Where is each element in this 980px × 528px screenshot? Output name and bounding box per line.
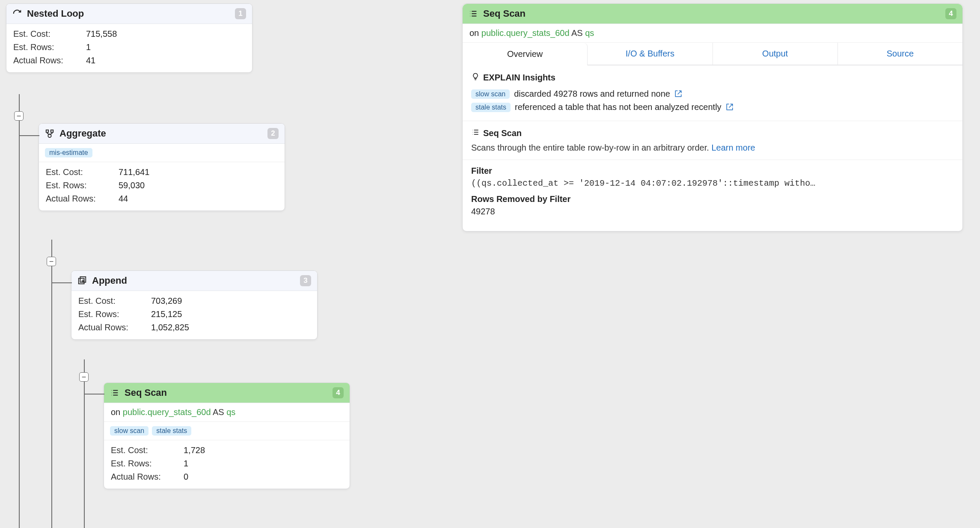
insight-external-link[interactable] bbox=[726, 102, 734, 112]
detail-number-badge: 4 bbox=[945, 8, 956, 19]
tag-slow-scan: slow scan bbox=[110, 426, 148, 436]
filter-expression: ((qs.collected_at >= '2019-12-14 04:07:0… bbox=[471, 178, 954, 188]
label-actual-rows: Actual Rows: bbox=[46, 194, 119, 204]
tree-toggle-3[interactable]: − bbox=[79, 372, 89, 382]
insights-heading: EXPLAIN Insights bbox=[483, 73, 555, 83]
tab-io-buffers[interactable]: I/O & Buffers bbox=[588, 43, 713, 65]
label-est-rows: Est. Rows: bbox=[46, 181, 119, 190]
plan-node-append[interactable]: Append 3 Est. Cost:703,269 Est. Rows:215… bbox=[71, 270, 318, 340]
node-title: Aggregate bbox=[59, 128, 267, 139]
node-title: Append bbox=[92, 275, 300, 286]
svg-point-2 bbox=[48, 134, 51, 137]
append-icon bbox=[77, 276, 89, 285]
value-est-rows: 215,125 bbox=[151, 309, 182, 319]
svg-rect-0 bbox=[46, 130, 49, 133]
list-icon bbox=[471, 128, 480, 139]
insight-tag-stale-stats: stale stats bbox=[471, 103, 511, 112]
value-est-rows: 1 bbox=[184, 459, 188, 469]
svg-rect-1 bbox=[51, 130, 53, 133]
tag-mis-estimate: mis-estimate bbox=[45, 148, 92, 157]
filter-label: Filter bbox=[471, 166, 954, 176]
node-title: Nested Loop bbox=[27, 8, 235, 19]
tree-toggle-1[interactable]: − bbox=[14, 111, 24, 121]
rows-removed-label: Rows Removed by Filter bbox=[471, 194, 954, 204]
detail-title: Seq Scan bbox=[483, 8, 945, 19]
plan-node-seq-scan[interactable]: Seq Scan 4 on public.query_stats_60d AS … bbox=[104, 383, 350, 489]
label-est-cost: Est. Cost: bbox=[13, 29, 86, 39]
insight-text: discarded 49278 rows and returned none bbox=[514, 89, 670, 99]
label-est-rows: Est. Rows: bbox=[13, 42, 86, 52]
value-actual-rows: 1,052,825 bbox=[151, 323, 189, 332]
value-est-cost: 711,641 bbox=[119, 167, 149, 177]
value-est-cost: 703,269 bbox=[151, 296, 182, 306]
value-est-cost: 1,728 bbox=[184, 445, 205, 455]
learn-more-link[interactable]: Learn more bbox=[711, 143, 755, 152]
plan-node-aggregate[interactable]: Aggregate 2 mis-estimate Est. Cost:711,6… bbox=[39, 123, 285, 211]
detail-panel: Seq Scan 4 on public.query_stats_60d AS … bbox=[462, 3, 963, 231]
label-est-cost: Est. Cost: bbox=[78, 296, 151, 306]
scan-type-heading: Seq Scan bbox=[483, 128, 522, 138]
label-est-cost: Est. Cost: bbox=[46, 167, 119, 177]
refresh-icon bbox=[12, 9, 24, 18]
tree-toggle-2[interactable]: − bbox=[47, 257, 56, 266]
node-number-badge: 1 bbox=[235, 8, 246, 19]
label-est-rows: Est. Rows: bbox=[111, 459, 184, 469]
node-number-badge: 2 bbox=[267, 128, 279, 139]
node-number-badge: 4 bbox=[333, 387, 344, 398]
node-title: Seq Scan bbox=[125, 387, 333, 398]
label-est-cost: Est. Cost: bbox=[111, 445, 184, 455]
value-actual-rows: 44 bbox=[119, 194, 128, 204]
value-est-cost: 715,558 bbox=[86, 29, 117, 39]
node-number-badge: 3 bbox=[300, 275, 311, 286]
list-icon bbox=[469, 9, 480, 18]
label-actual-rows: Actual Rows: bbox=[78, 323, 151, 332]
tab-source[interactable]: Source bbox=[838, 43, 962, 65]
tag-stale-stats: stale stats bbox=[152, 426, 191, 436]
insight-external-link[interactable] bbox=[674, 89, 682, 99]
aggregate-icon bbox=[45, 129, 56, 138]
value-actual-rows: 0 bbox=[184, 472, 188, 482]
tab-output[interactable]: Output bbox=[713, 43, 838, 65]
node-subtitle: on public.query_stats_60d AS qs bbox=[104, 403, 350, 422]
label-actual-rows: Actual Rows: bbox=[111, 472, 184, 482]
tab-overview[interactable]: Overview bbox=[463, 43, 588, 65]
detail-subtitle: on public.query_stats_60d AS qs bbox=[463, 24, 962, 43]
label-est-rows: Est. Rows: bbox=[78, 309, 151, 319]
insight-text: referenced a table that has not been ana… bbox=[515, 102, 722, 112]
label-actual-rows: Actual Rows: bbox=[13, 56, 86, 65]
insight-tag-slow-scan: slow scan bbox=[471, 89, 510, 99]
detail-tabs: Overview I/O & Buffers Output Source bbox=[463, 43, 962, 65]
plan-node-nested-loop[interactable]: Nested Loop 1 Est. Cost:715,558 Est. Row… bbox=[6, 3, 252, 73]
lightbulb-icon bbox=[471, 72, 480, 83]
value-est-rows: 1 bbox=[86, 42, 91, 52]
value-est-rows: 59,030 bbox=[119, 181, 145, 190]
value-actual-rows: 41 bbox=[86, 56, 95, 65]
list-icon bbox=[110, 388, 121, 397]
rows-removed-value: 49278 bbox=[471, 207, 954, 217]
scan-description: Scans through the entire table row-by-ro… bbox=[471, 143, 711, 152]
